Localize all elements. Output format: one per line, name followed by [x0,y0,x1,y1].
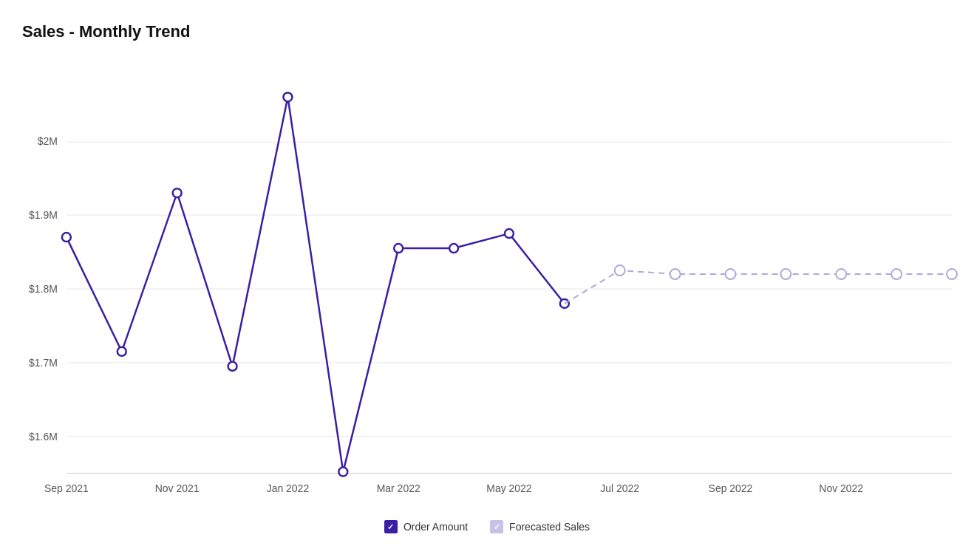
chart-container: Sales - Monthly Trend [0,0,974,560]
forecast-point-sep2022 [725,269,735,279]
x-label-sep2022: Sep 2022 [709,482,753,494]
chart-legend: ✓ Order Amount ✓ Forecasted Sales [15,520,959,533]
y-label-1.9m: $1.9M [29,209,58,221]
y-label-2m: $2M [38,135,58,147]
x-label-nov2021: Nov 2021 [155,482,200,494]
chart-title: Sales - Monthly Trend [22,22,959,41]
legend-icon-forecasted-sales: ✓ [490,520,503,533]
data-point-mar2022 [394,244,403,253]
data-point-feb2022 [338,468,347,477]
forecast-point-oct2022 [780,269,791,279]
y-label-1.8m: $1.8M [29,283,58,295]
data-point-nov2021 [173,188,182,197]
forecast-point-aug2022 [670,269,681,279]
x-label-jul2022: Jul 2022 [600,482,639,494]
data-point-oct2021 [118,347,126,356]
order-amount-line [67,97,565,471]
chart-area: $2M $1.9M $1.8M $1.7M $1.6M Sep 2021 Nov… [15,56,959,514]
data-point-jan2022 [283,92,292,101]
chart-svg: $2M $1.9M $1.8M $1.7M $1.6M Sep 2021 Nov… [15,56,959,514]
x-label-mar2022: Mar 2022 [377,482,420,494]
y-label-1.6m: $1.6M [29,431,58,443]
legend-item-forecasted-sales: ✓ Forecasted Sales [490,520,590,533]
legend-icon-order-amount: ✓ [384,520,398,533]
legend-label-forecasted-sales: Forecasted Sales [509,521,590,533]
forecast-point-dec2022 [891,269,902,279]
data-point-apr2022 [449,244,458,253]
x-label-nov2022: Nov 2022 [819,482,863,494]
x-label-jan2022: Jan 2022 [267,482,310,494]
forecast-point-jan2023 [947,269,957,279]
data-point-may2022 [505,229,514,238]
x-label-may2022: May 2022 [486,482,532,494]
data-point-sep2021 [62,233,71,242]
forecast-point-nov2022 [836,269,846,279]
legend-label-order-amount: Order Amount [403,521,468,533]
legend-item-order-amount: ✓ Order Amount [384,520,468,533]
y-label-1.7m: $1.7M [29,357,58,369]
forecast-point-jul2022 [615,265,625,276]
x-label-sep2021: Sep 2021 [44,482,89,494]
data-point-dec2021 [228,362,237,371]
